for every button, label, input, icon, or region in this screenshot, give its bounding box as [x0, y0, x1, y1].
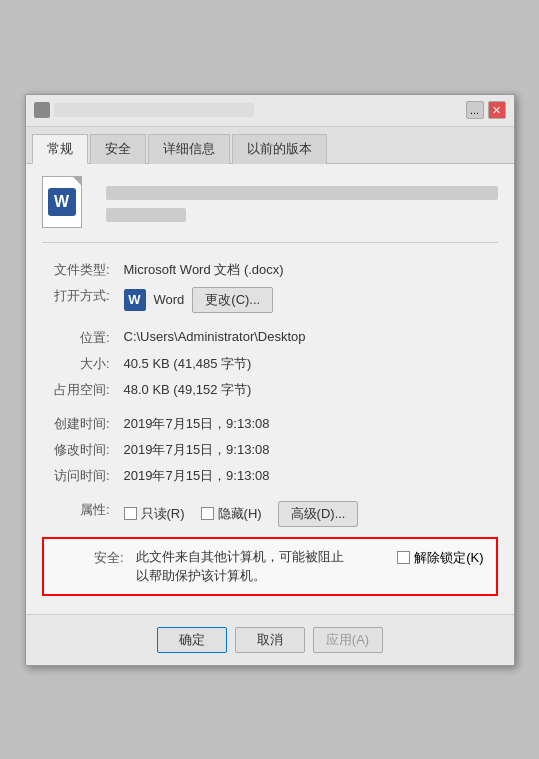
security-message: 此文件来自其他计算机，可能被阻止以帮助保护该计算机。	[136, 547, 388, 586]
open-with-label: 打开方式:	[42, 283, 122, 317]
tab-security[interactable]: 安全	[90, 134, 146, 164]
readonly-checkbox[interactable]: 只读(R)	[124, 505, 185, 523]
more-button[interactable]: ...	[466, 101, 484, 119]
hidden-checkbox[interactable]: 隐藏(H)	[201, 505, 262, 523]
tab-previous[interactable]: 以前的版本	[232, 134, 327, 164]
accessed-row: 访问时间: 2019年7月15日，9:13:08	[42, 463, 498, 489]
unlock-label: 解除锁定(K)	[414, 549, 483, 567]
file-type-value: Microsoft Word 文档 (.docx)	[122, 257, 498, 283]
window-title	[54, 103, 254, 117]
file-type-label: 文件类型:	[42, 257, 122, 283]
file-icon-fold	[73, 177, 81, 185]
spacer1	[42, 317, 498, 325]
location-row: 位置: C:\Users\Administrator\Desktop	[42, 325, 498, 351]
file-ext-blurred	[106, 208, 186, 222]
cancel-button[interactable]: 取消	[235, 627, 305, 653]
modified-label: 修改时间:	[42, 437, 122, 463]
tab-details[interactable]: 详细信息	[148, 134, 230, 164]
location-label: 位置:	[42, 325, 122, 351]
hidden-checkbox-box[interactable]	[201, 507, 214, 520]
word-icon-large: W	[48, 188, 76, 216]
modified-value: 2019年7月15日，9:13:08	[122, 437, 498, 463]
file-type-row: 文件类型: Microsoft Word 文档 (.docx)	[42, 257, 498, 283]
attributes-controls: 只读(R) 隐藏(H) 高级(D)...	[124, 501, 496, 527]
accessed-label: 访问时间:	[42, 463, 122, 489]
file-header: W	[42, 176, 498, 243]
change-button[interactable]: 更改(C)...	[192, 287, 273, 313]
tab-general[interactable]: 常规	[32, 134, 88, 164]
tab-bar: 常规 安全 详细信息 以前的版本	[26, 127, 514, 164]
readonly-label: 只读(R)	[141, 505, 185, 523]
attributes-row: 属性: 只读(R) 隐藏(H) 高级(D)...	[42, 497, 498, 531]
title-bar-left	[34, 102, 254, 118]
disk-size-label: 占用空间:	[42, 377, 122, 403]
attributes-value: 只读(R) 隐藏(H) 高级(D)...	[122, 497, 498, 531]
footer: 确定 取消 应用(A)	[26, 614, 514, 665]
apply-button[interactable]: 应用(A)	[313, 627, 383, 653]
security-label: 安全:	[56, 547, 136, 567]
created-value: 2019年7月15日，9:13:08	[122, 411, 498, 437]
size-label: 大小:	[42, 351, 122, 377]
properties-window: ... ✕ 常规 安全 详细信息 以前的版本 W 文	[25, 94, 515, 666]
word-icon-small: W	[124, 289, 146, 311]
file-icon-body: W	[42, 176, 82, 228]
open-with-app-name: Word	[154, 292, 185, 307]
created-label: 创建时间:	[42, 411, 122, 437]
unlock-checkbox-box[interactable]	[397, 551, 410, 564]
disk-size-value: 48.0 KB (49,152 字节)	[122, 377, 498, 403]
window-icon	[34, 102, 50, 118]
advanced-button[interactable]: 高级(D)...	[278, 501, 359, 527]
title-buttons: ... ✕	[466, 101, 506, 119]
security-row-inner: 安全: 此文件来自其他计算机，可能被阻止以帮助保护该计算机。 解除锁定(K)	[56, 547, 484, 586]
location-value: C:\Users\Administrator\Desktop	[122, 325, 498, 351]
attributes-label: 属性:	[42, 497, 122, 531]
created-row: 创建时间: 2019年7月15日，9:13:08	[42, 411, 498, 437]
size-row: 大小: 40.5 KB (41,485 字节)	[42, 351, 498, 377]
unlock-checkbox[interactable]: 解除锁定(K)	[397, 549, 483, 567]
content-area: W 文件类型: Microsoft Word 文档 (.docx) 打开方式: …	[26, 164, 514, 614]
file-name-area	[106, 186, 498, 222]
disk-size-row: 占用空间: 48.0 KB (49,152 字节)	[42, 377, 498, 403]
readonly-checkbox-box[interactable]	[124, 507, 137, 520]
spacer3	[42, 489, 498, 497]
spacer2	[42, 403, 498, 411]
hidden-label: 隐藏(H)	[218, 505, 262, 523]
file-name-blurred	[106, 186, 498, 200]
security-section: 安全: 此文件来自其他计算机，可能被阻止以帮助保护该计算机。 解除锁定(K)	[42, 537, 498, 596]
close-button[interactable]: ✕	[488, 101, 506, 119]
open-with-row: 打开方式: W Word 更改(C)...	[42, 283, 498, 317]
accessed-value: 2019年7月15日，9:13:08	[122, 463, 498, 489]
modified-row: 修改时间: 2019年7月15日，9:13:08	[42, 437, 498, 463]
title-bar: ... ✕	[26, 95, 514, 127]
ok-button[interactable]: 确定	[157, 627, 227, 653]
file-icon: W	[42, 176, 90, 232]
size-value: 40.5 KB (41,485 字节)	[122, 351, 498, 377]
info-table: 文件类型: Microsoft Word 文档 (.docx) 打开方式: W …	[42, 257, 498, 531]
open-with-value: W Word 更改(C)...	[122, 283, 498, 317]
open-with-row-inner: W Word 更改(C)...	[124, 287, 496, 313]
